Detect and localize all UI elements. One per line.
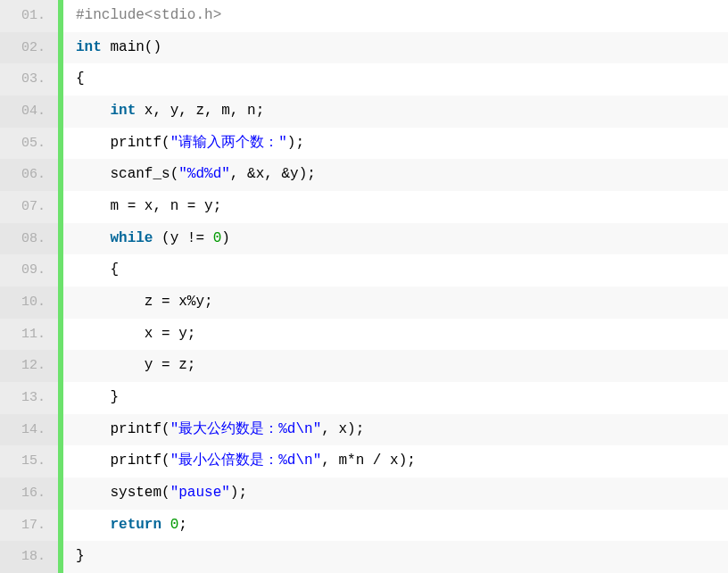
code-token: x, y, z, m, n; [145, 103, 264, 119]
code-token: ) [221, 230, 230, 246]
line-number: 02. [0, 32, 58, 64]
code-token [102, 39, 111, 55]
code-token: ); [230, 485, 247, 501]
code-token: { [110, 262, 119, 278]
indent [76, 262, 110, 278]
indent [76, 453, 110, 469]
line-number: 01. [0, 0, 58, 32]
code-token: m = x, n = y; [110, 198, 221, 214]
code-token: system [110, 485, 161, 501]
code-token [161, 517, 170, 533]
code-line: while (y != 0) [63, 223, 728, 255]
code-token: #include<stdio.h> [76, 7, 221, 23]
code-token: } [110, 389, 119, 405]
code-token: printf [110, 421, 161, 437]
code-token: printf [110, 135, 161, 151]
code-token: , &x, &y); [230, 166, 316, 182]
line-number: 10. [0, 286, 58, 319]
code-token: { [76, 71, 85, 87]
indent [76, 103, 110, 119]
code-token: 0 [170, 517, 179, 533]
code-line: z = x%y; [63, 286, 728, 319]
code-token [136, 103, 145, 119]
code-line: printf("最大公约数是：%d\n", x); [63, 414, 728, 446]
code-line: } [63, 382, 728, 414]
code-token: "最大公约数是：%d\n" [170, 421, 322, 437]
line-number: 15. [0, 445, 58, 478]
code-line: return 0; [63, 510, 728, 542]
code-token: int [76, 39, 102, 55]
line-number: 06. [0, 159, 58, 191]
code-token: 0 [213, 230, 222, 246]
indent [76, 389, 110, 405]
code-token: } [76, 548, 85, 564]
code-token: ( [161, 485, 170, 501]
code-line: x = y; [63, 319, 728, 351]
code-token: y = z; [145, 357, 196, 373]
code-token: z = x%y; [145, 294, 213, 310]
line-number: 16. [0, 478, 58, 510]
code-line: printf("请输入两个数："); [63, 128, 728, 160]
line-number: 13. [0, 382, 58, 414]
indent [76, 421, 110, 437]
indent [76, 357, 145, 373]
line-number: 11. [0, 319, 58, 351]
line-number: 07. [0, 191, 58, 223]
code-token: "最小公倍数是：%d\n" [170, 453, 322, 469]
indent [76, 326, 145, 342]
code-line: int main() [63, 32, 728, 64]
line-number: 12. [0, 350, 58, 382]
code-token: ); [287, 135, 304, 151]
code-line: printf("最小公倍数是：%d\n", m*n / x); [63, 445, 728, 478]
code-token: ; [178, 517, 187, 533]
code-line: scanf_s("%d%d", &x, &y); [63, 159, 728, 191]
code-line: y = z; [63, 350, 728, 382]
line-number: 18. [0, 541, 58, 573]
code-token: while [110, 230, 153, 246]
line-number: 08. [0, 223, 58, 255]
code-line: } [63, 541, 728, 573]
code-column: #include<stdio.h>int main(){ int x, y, z… [63, 0, 728, 573]
code-line: #include<stdio.h> [63, 0, 728, 32]
line-number-gutter: 01.02.03.04.05.06.07.08.09.10.11.12.13.1… [0, 0, 58, 573]
code-token: ( [170, 166, 179, 182]
code-token: "请输入两个数：" [170, 135, 287, 151]
code-token: printf [110, 453, 161, 469]
line-number: 03. [0, 63, 58, 96]
indent [76, 198, 110, 214]
code-token: "%d%d" [178, 166, 230, 182]
indent [76, 294, 145, 310]
code-token: main [110, 39, 144, 55]
indent [76, 485, 110, 501]
code-token: int [110, 103, 136, 119]
code-line: system("pause"); [63, 478, 728, 510]
code-line: { [63, 63, 728, 96]
indent [76, 230, 110, 246]
code-token: ( [161, 421, 170, 437]
code-token: x = y; [145, 326, 196, 342]
code-token: scanf_s [110, 166, 170, 182]
code-line: { [63, 254, 728, 286]
code-line: int x, y, z, m, n; [63, 96, 728, 128]
line-number: 17. [0, 510, 58, 542]
code-token: (y != [153, 230, 212, 246]
line-number: 14. [0, 414, 58, 446]
code-token: ( [161, 135, 170, 151]
indent [76, 135, 110, 151]
code-token: ( [161, 453, 170, 469]
code-token: return [110, 517, 161, 533]
code-token: "pause" [170, 485, 230, 501]
code-token: , m*n / x); [321, 453, 416, 469]
line-number: 09. [0, 254, 58, 286]
code-line: m = x, n = y; [63, 191, 728, 223]
code-token: , x); [321, 421, 364, 437]
line-number: 05. [0, 128, 58, 160]
indent [76, 166, 110, 182]
code-token: () [145, 39, 161, 55]
line-number: 04. [0, 96, 58, 128]
code-block: 01.02.03.04.05.06.07.08.09.10.11.12.13.1… [0, 0, 728, 573]
indent [76, 517, 110, 533]
